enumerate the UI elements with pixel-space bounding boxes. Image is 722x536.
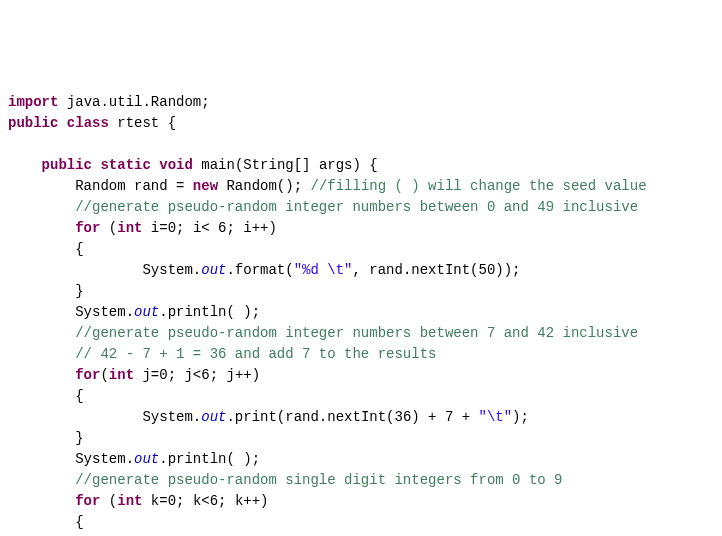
text: System. — [142, 409, 201, 425]
text: i=0; i< 6; i++) — [142, 220, 276, 236]
keyword-int: int — [117, 493, 142, 509]
text: java.util.Random; — [58, 94, 209, 110]
text: j=0; j<6; j++) — [134, 367, 260, 383]
brace: { — [75, 514, 83, 530]
string-literal: "%d \t" — [294, 262, 353, 278]
comment: //generate pseudo-random integer numbers… — [75, 325, 638, 341]
brace: { — [75, 388, 83, 404]
string-literal: "\t" — [479, 409, 513, 425]
text: ( — [100, 493, 117, 509]
keyword-import: import — [8, 94, 58, 110]
text: ); — [512, 409, 529, 425]
static-field-out: out — [201, 262, 226, 278]
text: .print(rand.nextInt(36) + 7 + — [226, 409, 478, 425]
text: System. — [75, 304, 134, 320]
text: Random(); — [218, 178, 310, 194]
comment: //filling ( ) will change the seed value — [310, 178, 646, 194]
text: ( — [100, 220, 117, 236]
text: ( — [100, 367, 108, 383]
comment: // 42 - 7 + 1 = 36 and add 7 to the resu… — [75, 346, 436, 362]
keyword-public: public — [42, 157, 92, 173]
text: System. — [75, 451, 134, 467]
method-sig: main(String[] args) { — [193, 157, 378, 173]
static-field-out: out — [201, 409, 226, 425]
brace: { — [75, 241, 83, 257]
code-block: import java.util.Random; public class rt… — [8, 92, 714, 536]
keyword-public: public — [8, 115, 58, 131]
keyword-void: void — [159, 157, 193, 173]
keyword-int: int — [117, 220, 142, 236]
text: .println( ); — [159, 451, 260, 467]
keyword-class: class — [67, 115, 109, 131]
comment: //generate pseudo-random single digit in… — [75, 472, 562, 488]
static-field-out: out — [134, 304, 159, 320]
keyword-int: int — [109, 367, 134, 383]
class-name: rtest { — [109, 115, 176, 131]
text: k=0; k<6; k++) — [142, 493, 268, 509]
keyword-new: new — [193, 178, 218, 194]
brace: } — [75, 283, 83, 299]
keyword-for: for — [75, 220, 100, 236]
comment: //generate pseudo-random integer numbers… — [75, 199, 638, 215]
brace: } — [75, 430, 83, 446]
static-field-out: out — [134, 451, 159, 467]
keyword-for: for — [75, 493, 100, 509]
text: System. — [142, 262, 201, 278]
text: , rand.nextInt(50)); — [352, 262, 520, 278]
keyword-for: for — [75, 367, 100, 383]
text: .println( ); — [159, 304, 260, 320]
keyword-static: static — [100, 157, 150, 173]
text: Random rand = — [75, 178, 193, 194]
text: .format( — [226, 262, 293, 278]
